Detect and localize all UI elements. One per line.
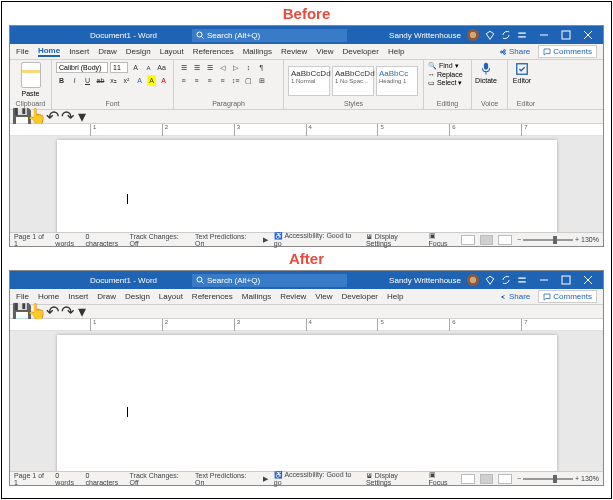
ribbon-options-icon[interactable] (517, 30, 527, 40)
qat-touch-icon[interactable]: 👆 (31, 111, 43, 123)
share-button[interactable]: Share (499, 47, 530, 56)
char-count[interactable]: 0 characters (86, 233, 124, 247)
close-button[interactable] (577, 271, 599, 289)
qat-customize-icon[interactable]: ▾ (76, 306, 88, 318)
highlight-icon[interactable]: A (147, 75, 156, 86)
word-count[interactable]: 0 words (55, 233, 79, 247)
text-predictions-status[interactable]: Text Predictions: On (195, 472, 257, 486)
zoom-level[interactable]: 130% (581, 475, 599, 482)
style-nospacing[interactable]: AaBbCcDd1 No Spac... (332, 66, 374, 96)
maximize-button[interactable] (555, 26, 577, 44)
tab-review[interactable]: Review (281, 47, 307, 56)
web-layout-icon[interactable] (498, 474, 512, 484)
page-indicator[interactable]: Page 1 of 1 (14, 233, 49, 247)
qat-customize-icon[interactable]: ▾ (76, 111, 88, 123)
macro-icon[interactable]: ▶ (263, 475, 268, 483)
style-normal[interactable]: AaBbCcDd1 Normal (288, 66, 330, 96)
qat-touch-icon[interactable]: 👆 (31, 306, 43, 318)
print-layout-icon[interactable] (480, 235, 494, 245)
page[interactable] (57, 140, 557, 232)
comments-button[interactable]: Comments (538, 45, 597, 58)
tab-review[interactable]: Review (280, 292, 306, 301)
document-area-after[interactable] (10, 331, 603, 471)
close-button[interactable] (577, 26, 599, 44)
tab-mailings[interactable]: Mailings (243, 47, 272, 56)
shrink-font-icon[interactable]: A (143, 62, 154, 73)
ribbon-options-icon[interactable] (517, 275, 527, 285)
track-changes-status[interactable]: Track Changes: Off (130, 233, 190, 247)
qat-redo-icon[interactable]: ↷ (61, 306, 73, 318)
multilevel-icon[interactable]: ☰ (204, 62, 215, 73)
style-heading1[interactable]: AaBbCcHeading 1 (376, 66, 418, 96)
char-count[interactable]: 0 characters (86, 472, 124, 486)
text-predictions-status[interactable]: Text Predictions: On (195, 233, 257, 247)
tab-file[interactable]: File (16, 47, 29, 56)
tab-insert[interactable]: Insert (69, 47, 89, 56)
borders-icon[interactable]: ⊞ (256, 75, 267, 86)
show-marks-icon[interactable]: ¶ (256, 62, 267, 73)
tab-help[interactable]: Help (388, 47, 404, 56)
share-button[interactable]: Share (499, 292, 530, 301)
word-count[interactable]: 0 words (55, 472, 79, 486)
font-size-select[interactable]: 11 (110, 62, 128, 73)
subscript-icon[interactable]: x₂ (108, 75, 119, 86)
comments-button[interactable]: Comments (538, 290, 597, 303)
ruler[interactable]: 1234567 (10, 124, 603, 136)
bold-icon[interactable]: B (56, 75, 67, 86)
accessibility-status[interactable]: ♿ Accessibility: Good to go (274, 471, 360, 486)
focus-mode-button[interactable]: ▣ Focus (429, 471, 456, 486)
tab-draw[interactable]: Draw (97, 292, 116, 301)
maximize-button[interactable] (555, 271, 577, 289)
web-layout-icon[interactable] (498, 235, 512, 245)
username[interactable]: Sandy Writtenhouse (389, 31, 461, 40)
decrease-indent-icon[interactable]: ◁ (217, 62, 228, 73)
zoom-slider[interactable] (523, 478, 573, 480)
tab-mailings[interactable]: Mailings (242, 292, 271, 301)
sort-icon[interactable]: ↕ (243, 62, 254, 73)
tab-developer[interactable]: Developer (342, 47, 378, 56)
sync-icon[interactable] (501, 275, 511, 285)
macro-icon[interactable]: ▶ (263, 236, 268, 244)
read-mode-icon[interactable] (461, 474, 475, 484)
minimize-button[interactable] (533, 271, 555, 289)
zoom-out-icon[interactable]: − (517, 475, 521, 482)
align-right-icon[interactable]: ≡ (204, 75, 215, 86)
tab-design[interactable]: Design (125, 292, 150, 301)
align-center-icon[interactable]: ≡ (191, 75, 202, 86)
tab-references[interactable]: References (192, 292, 233, 301)
tab-references[interactable]: References (193, 47, 234, 56)
bullets-icon[interactable]: ☰ (178, 62, 189, 73)
find-button[interactable]: 🔍 Find ▾ (428, 62, 459, 70)
avatar[interactable] (467, 274, 479, 286)
superscript-icon[interactable]: x² (121, 75, 132, 86)
print-layout-icon[interactable] (480, 474, 494, 484)
paste-icon[interactable] (21, 62, 41, 88)
zoom-in-icon[interactable]: + (575, 236, 579, 243)
align-left-icon[interactable]: ≡ (178, 75, 189, 86)
qat-undo-icon[interactable]: ↶ (46, 306, 58, 318)
avatar[interactable] (467, 29, 479, 41)
tab-developer[interactable]: Developer (342, 292, 378, 301)
accessibility-status[interactable]: ♿ Accessibility: Good to go (274, 232, 360, 247)
replace-button[interactable]: ↔ Replace (428, 71, 463, 78)
tab-layout[interactable]: Layout (159, 292, 183, 301)
page-indicator[interactable]: Page 1 of 1 (14, 472, 49, 486)
numbering-icon[interactable]: ☰ (191, 62, 202, 73)
tab-view[interactable]: View (316, 47, 333, 56)
username[interactable]: Sandy Writtenhouse (389, 276, 461, 285)
font-family-select[interactable]: Calibri (Body) (56, 62, 108, 73)
diamond-icon[interactable] (485, 30, 495, 40)
minimize-button[interactable] (533, 26, 555, 44)
zoom-slider[interactable] (523, 239, 573, 241)
tab-help[interactable]: Help (387, 292, 403, 301)
tab-file[interactable]: File (16, 292, 29, 301)
font-color-icon[interactable]: A (158, 75, 169, 86)
text-effects-icon[interactable]: A (134, 75, 145, 86)
editor-button[interactable]: Editor (512, 62, 532, 84)
zoom-out-icon[interactable]: − (517, 236, 521, 243)
ruler[interactable]: 1234567 (10, 319, 603, 331)
increase-indent-icon[interactable]: ▷ (230, 62, 241, 73)
italic-icon[interactable]: I (69, 75, 80, 86)
justify-icon[interactable]: ≡ (217, 75, 228, 86)
qat-redo-icon[interactable]: ↷ (61, 111, 73, 123)
